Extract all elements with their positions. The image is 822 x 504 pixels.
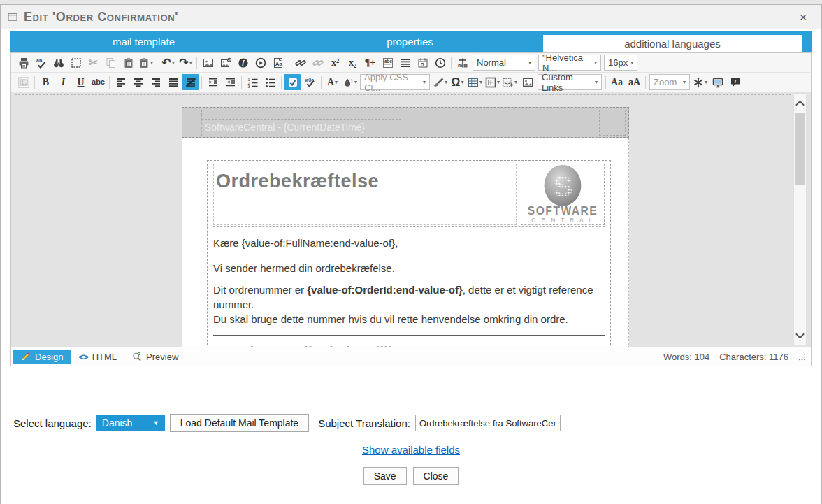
html-code-icon: <> <box>78 352 87 362</box>
close-button[interactable]: Close <box>413 467 459 485</box>
tools-icon[interactable]: ▾ <box>691 74 709 90</box>
insert-table-icon[interactable]: ▾ <box>466 74 484 90</box>
outdent-icon[interactable] <box>222 74 239 90</box>
bullet-list-icon[interactable] <box>261 74 279 90</box>
remove-alignment-icon[interactable] <box>182 74 199 90</box>
remove-link-icon[interactable] <box>309 55 326 71</box>
insert-snippet-icon[interactable]: abc <box>379 55 396 71</box>
align-right-icon[interactable] <box>147 74 164 90</box>
dropdown-arrow-icon: ▼ <box>153 419 159 426</box>
strikethrough-icon[interactable]: abc <box>89 74 107 90</box>
subject-translation-input[interactable] <box>415 415 561 431</box>
toggle-table-borders-icon[interactable] <box>284 74 301 90</box>
resize-grip-icon[interactable] <box>798 353 806 361</box>
scrollbar-thumb[interactable] <box>795 113 805 185</box>
email-line-3: Du skal bruge dette nummer hvis du vil r… <box>213 312 605 326</box>
email-section-heading: Hvor længe vil min bestilling tage? <box>213 344 605 347</box>
code-snippet-icon[interactable]: <>▾ <box>501 74 519 90</box>
insert-date-icon[interactable]: 5 <box>414 55 431 71</box>
select-all-icon[interactable] <box>67 55 85 71</box>
italic-icon[interactable]: I <box>55 74 72 90</box>
image-manager-icon[interactable] <box>519 74 536 90</box>
insert-image-icon[interactable] <box>199 55 217 71</box>
scroll-up-button[interactable] <box>794 95 806 112</box>
undo-icon[interactable]: ↶▾ <box>159 55 177 71</box>
tab-additional-languages[interactable]: additional languages <box>543 35 802 52</box>
email-header-band: SoftwareCentral - {CurrentDateTime} <box>182 107 629 138</box>
dialog-buttons: Save Close <box>1 467 821 485</box>
dropdown-arrow-icon: ▾ <box>630 59 633 66</box>
tab-design[interactable]: Design <box>13 350 71 364</box>
superscript-icon[interactable]: x² <box>326 55 344 71</box>
horizontal-rule-icon[interactable] <box>396 55 414 71</box>
link-row: Show available fields <box>1 444 821 456</box>
background-color-icon[interactable]: ▾ <box>341 74 359 90</box>
cut-icon[interactable]: ✂ <box>85 55 102 71</box>
align-center-icon[interactable] <box>129 74 147 90</box>
paste-icon[interactable] <box>120 55 137 71</box>
show-available-fields-link[interactable]: Show available fields <box>362 444 460 456</box>
image-attachment-icon[interactable] <box>217 55 234 71</box>
special-character-icon[interactable]: Ω▾ <box>449 74 466 90</box>
tab-html[interactable]: <> HTML <box>71 350 124 364</box>
print-icon[interactable] <box>15 55 32 71</box>
justify-icon[interactable] <box>164 74 182 90</box>
editor-statistics: Words: 104 Characters: 1176 <box>663 352 809 362</box>
css-class-select[interactable]: Apply CSS Cl...▾ <box>360 74 430 90</box>
underline-icon[interactable]: U <box>72 74 89 90</box>
align-left-icon[interactable] <box>112 74 129 90</box>
dropdown-arrow-icon: ▾ <box>594 59 597 66</box>
insert-document-icon[interactable]: Aa <box>269 55 287 71</box>
table-properties-icon[interactable]: ▾ <box>484 74 501 90</box>
uppercase-icon[interactable]: Aa <box>608 74 626 90</box>
tab-properties[interactable]: properties <box>277 31 543 52</box>
merge-field-icon[interactable]: m <box>454 55 471 71</box>
zoom-select[interactable]: Zoom▾ <box>649 74 690 90</box>
xhtml-validator-icon[interactable]: w3c <box>301 74 319 90</box>
copy-icon[interactable] <box>102 55 120 71</box>
about-icon[interactable]: i <box>726 74 744 90</box>
insert-time-icon[interactable] <box>431 55 449 71</box>
email-orderid-placeholder: {value-of:OrderId:end-value-of} <box>307 284 463 296</box>
toolbar-separator <box>451 57 452 69</box>
select-language-label: Select language: <box>13 417 92 429</box>
redo-icon[interactable]: ↷▾ <box>177 55 194 71</box>
numbered-list-icon[interactable]: 123 <box>244 74 261 90</box>
lowercase-icon[interactable]: aA <box>626 74 643 90</box>
toolbar-row-2: BIUabc123w3cA▾▾Apply CSS Cl...▾▾Ω▾▾▾<>▾C… <box>11 73 811 92</box>
editor-scrollbar[interactable] <box>793 93 807 345</box>
font-name-select[interactable]: "Helvetica N...▾ <box>538 55 601 71</box>
dropdown-arrow-icon: ▾ <box>497 79 500 85</box>
image-map-icon[interactable] <box>15 74 32 90</box>
subscript-icon[interactable]: x₂ <box>344 55 361 71</box>
find-icon[interactable] <box>50 55 67 71</box>
insert-media-icon[interactable] <box>252 55 269 71</box>
dialog-title: Edit 'Order Confirmation' <box>24 10 178 24</box>
editor-design-canvas[interactable]: SoftwareCentral - {CurrentDateTime} Ordr… <box>11 92 811 347</box>
indent-icon[interactable] <box>204 74 222 90</box>
paste-options-icon[interactable]: ▾ <box>137 55 154 71</box>
insert-flash-icon[interactable]: f <box>234 55 252 71</box>
toolbar-separator <box>34 76 35 89</box>
toolbar-separator <box>157 57 157 69</box>
language-select[interactable]: Danish ▼ <box>96 415 165 431</box>
insert-paragraph-icon[interactable]: ¶+ <box>361 55 379 71</box>
hyperlink-icon[interactable] <box>291 55 309 71</box>
spellcheck-icon[interactable]: ab <box>32 55 50 71</box>
monitor-icon[interactable] <box>709 74 726 90</box>
save-button[interactable]: Save <box>363 467 407 485</box>
custom-links-select[interactable]: Custom Links▾ <box>538 74 602 90</box>
paragraph-style-select[interactable]: Normal▾ <box>473 55 535 71</box>
toolbar-separator <box>241 76 242 89</box>
bold-icon[interactable]: B <box>37 74 55 90</box>
tab-mail-template[interactable]: mail template <box>10 31 277 52</box>
load-default-template-button[interactable]: Load Default Mail Template <box>170 414 309 432</box>
font-color-icon[interactable]: A▾ <box>324 74 341 90</box>
scroll-down-button[interactable] <box>794 326 806 343</box>
close-icon[interactable]: ✕ <box>799 12 807 23</box>
dropdown-arrow-icon: ▾ <box>423 79 426 85</box>
font-size-select[interactable]: 16px▾ <box>604 55 637 71</box>
format-stripper-icon[interactable]: ▾ <box>431 74 449 90</box>
tab-preview[interactable]: Preview <box>124 350 186 364</box>
paragraph-style-select-value: Normal <box>477 57 506 68</box>
